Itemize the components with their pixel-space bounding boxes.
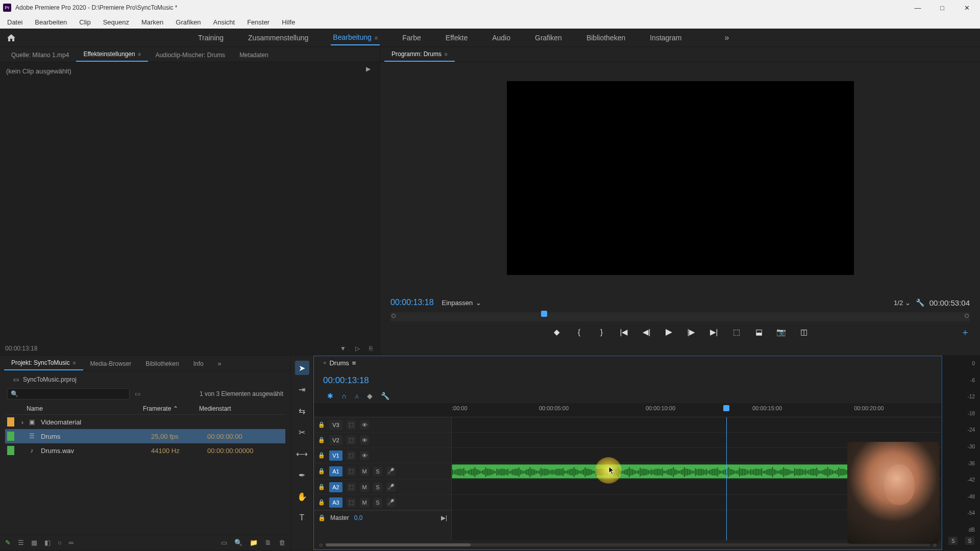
settings-wrench-icon[interactable]: 🔧 [916, 298, 924, 307]
project-filter-icon[interactable]: ▭ [135, 390, 140, 397]
timeline-ruler[interactable]: :00:00 00:00:05:00 00:00:10:00 00:00:15:… [314, 403, 942, 417]
program-scale-dropdown[interactable]: 1/2 ⌄ [894, 299, 911, 307]
lock-icon[interactable]: 🔒 [318, 437, 325, 443]
program-video-area[interactable] [380, 62, 980, 294]
mute-icon[interactable]: M [360, 467, 369, 476]
toggle-sync-icon[interactable]: ⬚ [347, 420, 356, 430]
track-label[interactable]: V2 [329, 435, 342, 445]
tab-programm[interactable]: Programm: Drums≡ [384, 47, 455, 62]
tab-menu-icon[interactable]: ≡ [73, 360, 76, 366]
delete-icon[interactable]: 🗑 [279, 539, 285, 546]
lock-icon[interactable]: 🔒 [318, 468, 325, 474]
program-timecode-in[interactable]: 00:00:13:18 [390, 298, 434, 307]
menu-hilfe[interactable]: Hilfe [278, 17, 299, 27]
close-button[interactable]: ✕ [961, 2, 973, 14]
automate-icon[interactable]: ═ [69, 539, 74, 546]
menu-marken[interactable]: Marken [137, 17, 167, 27]
timeline-playhead-line[interactable] [726, 417, 727, 540]
timeline-settings-icon[interactable]: 🔧 [381, 392, 389, 400]
list-view-icon[interactable]: ☰ [18, 539, 24, 546]
export-frame-button[interactable]: 📷 [776, 328, 787, 337]
workspace-farbe[interactable]: Farbe [400, 31, 423, 45]
sort-icon[interactable]: ○ [58, 539, 62, 546]
freeform-view-icon[interactable]: ✎ [5, 539, 11, 546]
solo-icon[interactable]: S [373, 498, 382, 507]
master-value[interactable]: 0,0 [354, 514, 363, 521]
lock-icon[interactable]: 🔒 [318, 514, 325, 521]
project-tabs-overflow[interactable]: » [211, 357, 229, 370]
zoom-handle[interactable] [326, 543, 471, 546]
selection-tool[interactable]: ➤ [295, 361, 309, 375]
timeline-timecode[interactable]: 00:00:13:18 [323, 375, 369, 386]
track-lane-v3[interactable] [452, 417, 942, 433]
voice-over-icon[interactable]: 🎤 [386, 467, 396, 476]
workspace-training[interactable]: Training [196, 31, 226, 45]
timeline-tab-drums[interactable]: ×Drums≡ [318, 357, 361, 369]
timeline-marker-icon[interactable]: ◆ [367, 392, 373, 400]
track-label[interactable]: A2 [329, 482, 342, 492]
tab-effekteinstellungen[interactable]: Effekteinstellungen≡ [76, 47, 148, 62]
tab-menu-icon[interactable]: ≡ [138, 52, 141, 57]
go-to-in-button[interactable]: |◀ [619, 328, 630, 337]
icon-view-icon[interactable]: ▦ [31, 539, 37, 546]
menu-grafiken[interactable]: Grafiken [172, 17, 205, 27]
mark-in-button[interactable]: { [574, 328, 585, 336]
toggle-sync-icon[interactable]: ⬚ [347, 498, 356, 507]
menu-fenster[interactable]: Fenster [243, 17, 274, 27]
extract-button[interactable]: ⬓ [753, 328, 765, 337]
go-end-icon[interactable]: ▶| [441, 514, 447, 521]
pen-tool[interactable]: ✒ [295, 468, 309, 482]
audio-clip-drums[interactable] [452, 464, 873, 479]
scrub-start-dot[interactable] [391, 314, 396, 318]
column-name[interactable]: Name [5, 405, 143, 412]
program-playhead[interactable] [541, 311, 547, 317]
workspace-zusammenstellung[interactable]: Zusammenstellung [246, 31, 310, 45]
razor-tool[interactable]: ✂ [295, 425, 309, 439]
tab-media-browser[interactable]: Media-Browser [83, 357, 139, 370]
column-medienstart[interactable]: Medienstart [199, 405, 285, 412]
toggle-sync-icon[interactable]: ⬚ [347, 451, 356, 460]
solo-icon[interactable]: S [373, 467, 382, 476]
source-timecode[interactable]: 00:00:13:18 [5, 345, 37, 352]
lock-icon[interactable]: 🔒 [318, 499, 325, 506]
tab-audioclip-mischer[interactable]: Audioclip-Mischer: Drums [148, 48, 232, 62]
toggle-sync-icon[interactable]: ⬚ [347, 436, 356, 445]
expand-arrow-icon[interactable]: ▶ [366, 65, 371, 72]
workspace-instagram[interactable]: Instagram [648, 31, 683, 45]
tab-metadaten[interactable]: Metadaten [232, 48, 276, 62]
program-scrub-bar[interactable] [390, 312, 970, 321]
export-frame-icon[interactable]: ⎘ [369, 345, 373, 352]
lock-icon[interactable]: 🔒 [318, 452, 325, 459]
thumbnail-slider-icon[interactable]: ◧ [44, 539, 51, 546]
toggle-output-icon[interactable]: 👁 [360, 420, 369, 430]
program-fit-dropdown[interactable]: Einpassen⌄ [442, 299, 482, 307]
label-chip[interactable] [7, 432, 14, 441]
project-row-videomaterial[interactable]: › ▣Videomaterial [5, 415, 285, 429]
column-framerate[interactable]: Framerate⌃ [143, 405, 199, 412]
track-select-tool[interactable]: ⇥ [295, 382, 309, 396]
find-icon[interactable]: ▭ [221, 539, 227, 546]
workspace-overflow-button[interactable]: » [724, 33, 729, 42]
master-track-header[interactable]: 🔒Master0,0▶| [314, 510, 451, 524]
expand-toggle[interactable]: › [18, 418, 27, 426]
track-label[interactable]: V1 [329, 450, 342, 461]
mute-icon[interactable]: M [360, 483, 369, 492]
mark-out-button[interactable]: } [596, 328, 607, 336]
track-header-v1[interactable]: 🔒V1⬚👁 [314, 448, 451, 463]
project-row-drums-sequence[interactable]: ☰Drums 25,00 fps 00:00:00:00 [5, 429, 285, 443]
track-header-a2[interactable]: 🔒A2⬚MS🎤 [314, 480, 451, 495]
label-chip[interactable] [7, 417, 14, 427]
workspace-bearbeitung[interactable]: Bearbeitung≡ [331, 30, 380, 45]
linked-selection-icon[interactable]: ∩ [341, 392, 347, 400]
snap-icon[interactable]: ✱ [327, 392, 333, 400]
track-header-v3[interactable]: 🔒V3⬚👁 [314, 417, 451, 433]
play-only-icon[interactable]: ▷ [355, 345, 360, 352]
type-tool[interactable]: T [295, 511, 309, 525]
menu-bearbeiten[interactable]: Bearbeiten [31, 17, 71, 27]
workspace-effekte[interactable]: Effekte [444, 31, 470, 45]
toggle-sync-icon[interactable]: ⬚ [347, 483, 356, 492]
workspace-grafiken[interactable]: Grafiken [533, 31, 564, 45]
scrub-end-dot[interactable] [965, 314, 969, 318]
label-chip[interactable] [7, 446, 14, 455]
menu-sequenz[interactable]: Sequenz [99, 17, 133, 27]
